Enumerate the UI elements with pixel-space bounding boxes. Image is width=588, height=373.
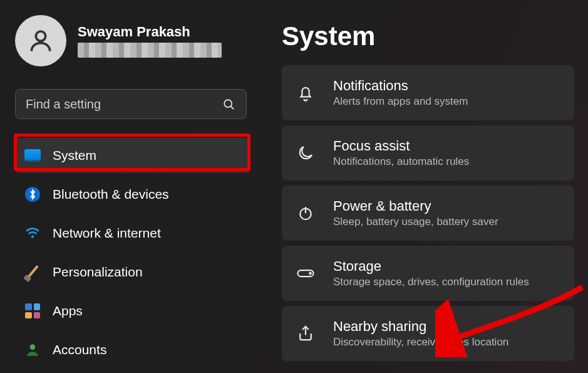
- card-focus-assist[interactable]: Focus assist Notifications, automatic ru…: [282, 125, 574, 181]
- bell-icon: [294, 83, 317, 102]
- profile-name: Swayam Prakash: [78, 24, 222, 40]
- card-power-battery[interactable]: Power & battery Sleep, battery usage, ba…: [282, 186, 574, 241]
- sidebar-item-accounts[interactable]: Accounts: [15, 332, 250, 367]
- bluetooth-icon: [24, 186, 41, 203]
- search-input[interactable]: [26, 97, 215, 112]
- card-nearby-sharing[interactable]: Nearby sharing Discoverability, received…: [282, 306, 574, 361]
- page-title: System: [282, 21, 574, 51]
- power-icon: [294, 204, 317, 223]
- paintbrush-icon: [24, 263, 41, 281]
- drive-icon: [294, 264, 317, 283]
- wifi-icon: [24, 224, 41, 242]
- sidebar-item-label: System: [53, 148, 96, 163]
- sidebar-item-label: Accounts: [53, 342, 106, 357]
- sidebar-item-label: Bluetooth & devices: [53, 187, 169, 202]
- avatar: [15, 15, 66, 66]
- svg-line-2: [231, 107, 234, 110]
- card-title: Notifications: [333, 78, 468, 94]
- search-box[interactable]: [15, 89, 247, 119]
- card-subtitle: Discoverability, received files location: [333, 336, 508, 349]
- sidebar-nav: System Bluetooth & devices Network & int…: [15, 138, 250, 373]
- moon-icon: [294, 144, 317, 162]
- sidebar-item-apps[interactable]: Apps: [15, 293, 250, 328]
- card-title: Power & battery: [333, 198, 498, 214]
- card-subtitle: Notifications, automatic rules: [333, 155, 469, 168]
- sidebar: Swayam Prakash System Bluetooth & device…: [0, 0, 263, 373]
- card-title: Storage: [333, 258, 529, 275]
- main-content: System Notifications Alerts from apps an…: [263, 0, 588, 373]
- card-subtitle: Sleep, battery usage, battery saver: [333, 216, 498, 228]
- svg-point-0: [36, 31, 45, 41]
- search-icon: [222, 98, 236, 114]
- sidebar-item-personalization[interactable]: Personalization: [15, 255, 250, 290]
- sidebar-item-bluetooth[interactable]: Bluetooth & devices: [15, 177, 250, 212]
- card-subtitle: Storage space, drives, configuration rul…: [333, 276, 529, 288]
- card-notifications[interactable]: Notifications Alerts from apps and syste…: [282, 65, 574, 120]
- system-icon: [24, 147, 41, 164]
- settings-card-list: Notifications Alerts from apps and syste…: [282, 65, 574, 361]
- sidebar-item-system[interactable]: System: [15, 138, 250, 173]
- share-icon: [294, 324, 317, 343]
- apps-icon: [24, 302, 41, 320]
- card-storage[interactable]: Storage Storage space, drives, configura…: [282, 246, 574, 301]
- sidebar-item-label: Network & internet: [53, 226, 161, 241]
- sidebar-item-network[interactable]: Network & internet: [15, 216, 250, 251]
- card-title: Focus assist: [333, 138, 469, 154]
- svg-point-1: [224, 100, 232, 107]
- profile-block[interactable]: Swayam Prakash: [15, 15, 250, 66]
- sidebar-item-label: Apps: [53, 303, 83, 318]
- profile-email-redacted: [78, 43, 222, 58]
- person-icon: [24, 341, 41, 359]
- svg-point-4: [30, 344, 36, 350]
- svg-point-3: [31, 235, 34, 238]
- svg-point-8: [309, 273, 311, 275]
- card-title: Nearby sharing: [333, 318, 508, 335]
- user-icon: [27, 27, 54, 55]
- sidebar-item-label: Personalization: [53, 265, 143, 280]
- card-subtitle: Alerts from apps and system: [333, 95, 468, 108]
